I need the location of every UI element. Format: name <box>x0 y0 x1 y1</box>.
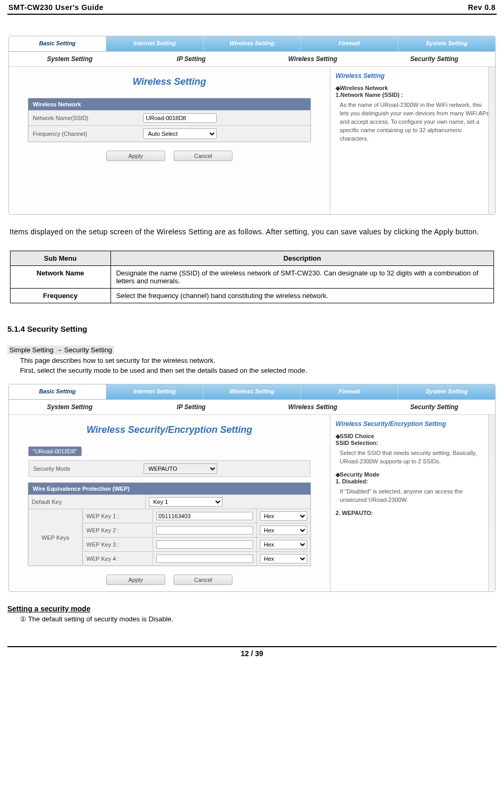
wep-key4-type[interactable]: Hex <box>260 554 307 563</box>
tab-firewall-2[interactable]: Firewall <box>300 384 398 399</box>
wireless-network-box: Wireless Network Network Name(SSID) Freq… <box>28 98 310 142</box>
help-h2: 1.Network Name (SSID) : <box>336 92 490 98</box>
wep-key1-label: WEP Key 1 : <box>83 511 153 521</box>
subtab-security[interactable]: Security Setting <box>374 52 495 66</box>
main-tabs-2: Basic Setting Internet Setting Wireless … <box>9 384 495 400</box>
help-panel-2: Wireless Security/Encryption Setting ◆SS… <box>330 415 495 591</box>
scrollbar-thumb-2[interactable] <box>490 417 494 422</box>
doc-header: SMT-CW230 User's Guide Rev 0.8 <box>7 0 497 14</box>
sub-tabs: System Setting IP Setting Wireless Setti… <box>9 52 495 67</box>
doc-title-right: Rev 0.8 <box>468 3 496 12</box>
default-key-label: Default Key <box>28 497 145 507</box>
tab-system-setting-2[interactable]: System Setting <box>398 384 495 399</box>
ssid-label: Network Name(SSID) <box>33 115 133 121</box>
wep-key4-input[interactable] <box>156 554 253 563</box>
help2-title: Wireless Security/Encryption Setting <box>336 420 490 428</box>
subtab-wireless[interactable]: Wireless Setting <box>252 52 374 66</box>
td-frequency-desc: Select the frequency (channel) band cons… <box>110 289 494 303</box>
description-table: Sub Menu Description Network Name Design… <box>10 251 495 303</box>
screenshot-wireless-setting: Basic Setting Internet Setting Wireless … <box>8 36 496 215</box>
tab-basic-setting[interactable]: Basic Setting <box>9 36 106 51</box>
help-title: Wireless Setting <box>336 72 490 80</box>
footer-rule <box>7 646 497 647</box>
main-tabs: Basic Setting Internet Setting Wireless … <box>9 36 495 52</box>
frequency-select[interactable]: Auto Select <box>143 128 217 139</box>
help2-sec2: 2. WEPAUTO: <box>336 510 490 516</box>
wep-header: Wire Equivalence Protection (WEP) <box>28 483 310 494</box>
apply-button[interactable]: Apply <box>106 151 165 161</box>
secmode-item-1: ① The default setting of security modes … <box>20 615 497 623</box>
header-rule <box>7 14 497 15</box>
ssid-chip: "URoad-0018D8" <box>28 447 81 456</box>
subtab-ip[interactable]: IP Setting <box>130 52 252 66</box>
subtab-security-2[interactable]: Security Setting <box>374 400 495 414</box>
th-submenu: Sub Menu <box>10 251 110 266</box>
page-number: 12 / 39 <box>7 649 497 658</box>
subtab-wireless-2[interactable]: Wireless Setting <box>252 400 374 414</box>
setting-security-mode-heading: Setting a security mode <box>7 605 497 613</box>
wireless-setting-form-area: Wireless Setting Wireless Network Networ… <box>9 67 330 214</box>
tab-wireless-setting[interactable]: Wireless Setting <box>203 36 300 51</box>
breadcrumb: Simple Setting → Security Setting <box>7 345 114 354</box>
security-mode-label: Security Mode <box>33 466 133 472</box>
wep-key3-input[interactable] <box>156 540 253 549</box>
help-panel: Wireless Setting ◆Wireless Network 1.Net… <box>330 67 495 214</box>
td-frequency: Frequency <box>10 289 110 303</box>
help2-sec1-body: If "Disabled" is selected, anyone can ac… <box>340 488 490 504</box>
cancel-button[interactable]: Cancel <box>174 151 233 161</box>
wep-key3-label: WEP Key 3 : <box>83 539 153 550</box>
security-mode-select[interactable]: WEPAUTO <box>144 463 217 474</box>
section-514-heading: 5.1.4 Security Setting <box>7 324 497 333</box>
wep-key4-label: WEP Key 4 : <box>83 553 153 564</box>
box-header: Wireless Network <box>28 98 310 110</box>
help2-sec1: 1. Disabled: <box>336 478 490 484</box>
wep-key2-label: WEP Key 2 : <box>83 525 153 536</box>
td-network-name: Network Name <box>10 266 110 289</box>
default-key-select[interactable]: Key 1 <box>149 497 223 507</box>
help2-sec: ◆Security Mode <box>336 471 490 478</box>
ssid-input[interactable] <box>143 113 217 123</box>
help2-ssid-body: Select the SSID that needs security sett… <box>340 449 490 466</box>
panel-title: Wireless Setting <box>16 76 322 87</box>
wep-key3-type[interactable]: Hex <box>260 540 307 549</box>
help2-ssid2: SSID Selection: <box>336 440 490 446</box>
tab-internet-setting-2[interactable]: Internet Setting <box>106 384 203 399</box>
wep-key1-type[interactable]: Hex <box>260 511 307 521</box>
tab-basic-setting-2[interactable]: Basic Setting <box>9 384 106 399</box>
subtab-system[interactable]: System Setting <box>9 52 130 66</box>
tab-wireless-setting-2[interactable]: Wireless Setting <box>203 384 300 399</box>
doc-title-left: SMT-CW230 User's Guide <box>8 3 104 12</box>
help-h1: ◆Wireless Network <box>336 85 490 92</box>
th-description: Description <box>110 251 494 266</box>
apply-button-2[interactable]: Apply <box>106 575 165 585</box>
help-body: As the name of URoad-2300W in the WiFi n… <box>340 101 490 143</box>
tab-internet-setting[interactable]: Internet Setting <box>106 36 203 51</box>
subtab-system-2[interactable]: System Setting <box>9 400 130 414</box>
scrollbar-thumb[interactable] <box>490 69 494 74</box>
help2-ssid: ◆SSID Choice <box>336 433 490 440</box>
wep-key1-input[interactable] <box>156 512 253 520</box>
wep-key2-type[interactable]: Hex <box>260 526 307 535</box>
subtab-ip-2[interactable]: IP Setting <box>130 400 252 414</box>
wep-grid: Wire Equivalence Protection (WEP) Defaul… <box>28 482 310 566</box>
wep-keys-label: WEP Keys <box>28 509 83 566</box>
sec514-line1: This page describes how to set security … <box>20 357 497 364</box>
security-form-area: Wireless Security/Encryption Setting "UR… <box>9 415 330 591</box>
cancel-button-2[interactable]: Cancel <box>174 575 233 585</box>
tab-system-setting[interactable]: System Setting <box>398 36 495 51</box>
frequency-label: Frequency (Channel) <box>33 131 133 137</box>
sec514-line2: First, select the security mode to be us… <box>20 367 497 374</box>
wep-key2-input[interactable] <box>156 526 253 534</box>
td-network-name-desc: Designate the name (SSID) of the wireles… <box>110 266 494 289</box>
screenshot-security-setting: Basic Setting Internet Setting Wireless … <box>8 384 496 592</box>
sub-tabs-2: System Setting IP Setting Wireless Setti… <box>9 400 495 415</box>
panel2-title: Wireless Security/Encryption Setting <box>16 424 322 435</box>
intro-paragraph: Items displayed on the setup screen of t… <box>9 227 495 236</box>
tab-firewall[interactable]: Firewall <box>300 36 398 51</box>
